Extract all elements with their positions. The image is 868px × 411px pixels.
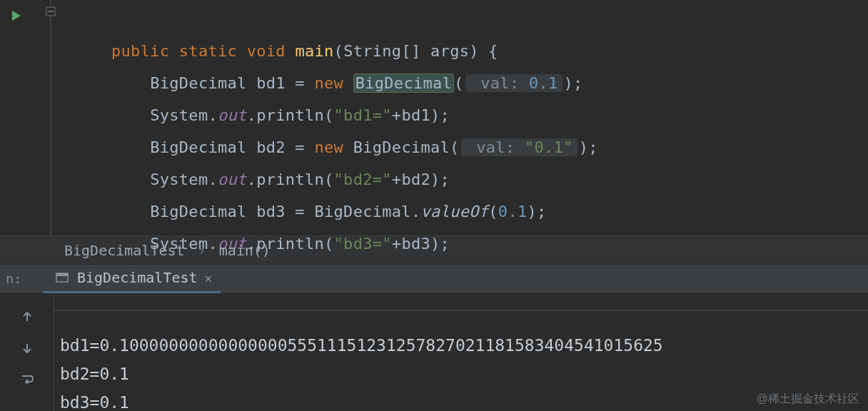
watermark-text: @稀土掘金技术社区 xyxy=(757,392,859,407)
editor-gutter xyxy=(0,0,33,235)
run-config-icon xyxy=(56,269,70,287)
soft-wrap-icon[interactable] xyxy=(20,364,34,395)
breadcrumb-separator-icon: › xyxy=(198,242,206,259)
close-icon[interactable]: ✕ xyxy=(205,270,213,285)
scroll-down-icon[interactable] xyxy=(21,333,34,364)
console-toolbar xyxy=(0,293,54,411)
console-divider xyxy=(54,310,868,311)
run-tab[interactable]: BigDecimalTest ✕ xyxy=(43,265,221,293)
fold-guide-line xyxy=(50,0,51,235)
run-label: n: xyxy=(0,271,21,286)
breadcrumb-method[interactable]: main() xyxy=(219,242,271,259)
fold-toggle-icon[interactable] xyxy=(46,2,56,20)
scroll-up-icon[interactable] xyxy=(21,301,34,333)
console-line: bd2=0.1 xyxy=(60,365,129,383)
run-toolwindow-bar: n: BigDecimalTest ✕ xyxy=(0,264,868,293)
svg-rect-4 xyxy=(56,273,68,276)
run-gutter-icon[interactable] xyxy=(11,7,22,25)
run-tab-title: BigDecimalTest xyxy=(77,269,198,286)
console-line: bd3=0.1 xyxy=(60,393,129,411)
svg-marker-0 xyxy=(12,11,21,21)
code-content[interactable]: public static void main(String[] args) {… xyxy=(33,0,598,235)
code-editor[interactable]: public static void main(String[] args) {… xyxy=(0,0,868,235)
breadcrumb-class[interactable]: BigDecimalTest xyxy=(64,242,185,259)
console-line: bd1=0.1000000000000000055511151231257827… xyxy=(60,336,663,355)
